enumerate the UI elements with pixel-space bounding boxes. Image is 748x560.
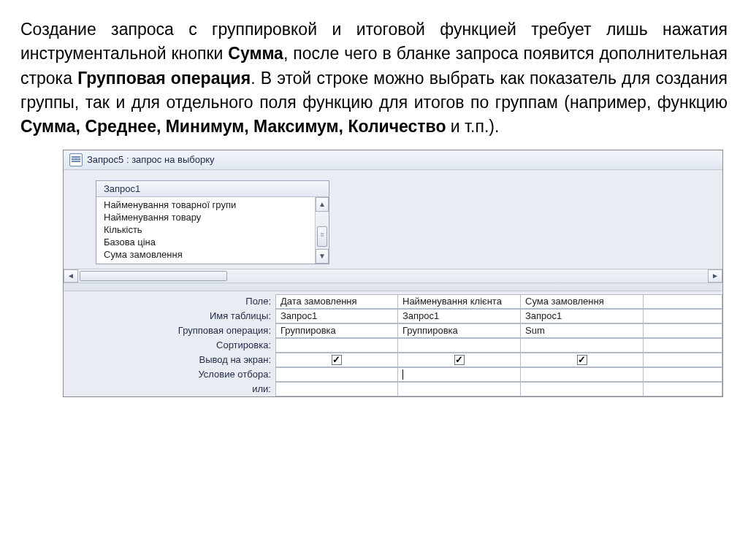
- pane-splitter[interactable]: [64, 283, 722, 291]
- show-checkbox[interactable]: [332, 355, 342, 365]
- grid-cell-sort[interactable]: [398, 338, 521, 353]
- grid-cell-empty[interactable]: [644, 323, 722, 338]
- row-label-field: Поле:: [64, 294, 275, 309]
- scroll-down-button[interactable]: ▼: [316, 249, 329, 264]
- tables-pane-hscroll[interactable]: ◄ ►: [64, 269, 722, 283]
- row-label-group-op: Групповая операция:: [64, 323, 275, 338]
- grid-cell-sort[interactable]: [275, 338, 398, 353]
- source-table-box[interactable]: Запрос1 Найменування товарної групи Найм…: [96, 180, 329, 264]
- window-title: Запрос5 : запрос на выборку: [87, 154, 214, 165]
- grid-cell-criteria[interactable]: [398, 367, 521, 382]
- tables-pane[interactable]: Запрос1 Найменування товарної групи Найм…: [64, 170, 722, 269]
- intro-paragraph: Создание запроса с группировкой и итогов…: [20, 18, 728, 139]
- grid-cell-field[interactable]: Сума замовлення: [521, 294, 644, 309]
- grid-cell-group-op[interactable]: Группировка: [275, 323, 398, 338]
- intro-bold-summa: Сумма: [228, 44, 283, 63]
- grid-cell-empty[interactable]: [644, 294, 722, 309]
- scroll-thumb[interactable]: [80, 271, 227, 281]
- grid-cell-field[interactable]: Найменування клієнта: [398, 294, 521, 309]
- scroll-right-button[interactable]: ►: [708, 269, 722, 283]
- grid-cell-table[interactable]: Запрос1: [521, 309, 644, 323]
- grid-cell-sort[interactable]: [521, 338, 644, 353]
- window-titlebar[interactable]: Запрос5 : запрос на выборку: [64, 150, 722, 170]
- row-label-show: Вывод на экран:: [64, 353, 275, 367]
- grid-cell-empty[interactable]: [644, 338, 722, 353]
- grid-cell-criteria[interactable]: [275, 367, 398, 382]
- intro-bold-group-op: Групповая операция: [77, 69, 251, 88]
- source-table-name[interactable]: Запрос1: [96, 181, 329, 197]
- source-field-list[interactable]: Найменування товарної групи Найменування…: [96, 197, 329, 264]
- scroll-up-button[interactable]: ▲: [316, 197, 329, 212]
- list-item[interactable]: Кількість: [96, 223, 329, 236]
- intro-bold-functions: Сумма, Среднее, Минимум, Максимум, Колич…: [20, 117, 446, 136]
- row-label-criteria: Условие отбора:: [64, 367, 275, 382]
- grid-cell-show[interactable]: [521, 353, 644, 367]
- grid-cell-show[interactable]: [275, 353, 398, 367]
- grid-cell-or[interactable]: [398, 382, 521, 396]
- list-item[interactable]: Найменування товару: [96, 211, 329, 223]
- grid-cell-group-op[interactable]: Sum: [521, 323, 644, 338]
- scroll-thumb[interactable]: [317, 226, 327, 247]
- grid-cell-empty[interactable]: [644, 353, 722, 367]
- list-item[interactable]: Найменування товарної групи: [96, 199, 329, 211]
- grid-cell-empty[interactable]: [644, 382, 722, 396]
- show-checkbox[interactable]: [454, 355, 465, 365]
- grid-cell-empty[interactable]: [644, 309, 722, 323]
- grid-cell-criteria[interactable]: [521, 367, 644, 382]
- row-label-table: Имя таблицы:: [64, 309, 275, 323]
- grid-cell-table[interactable]: Запрос1: [275, 309, 398, 323]
- row-label-or: или:: [64, 382, 275, 396]
- grid-cell-show[interactable]: [398, 353, 521, 367]
- intro-text: и т.п.).: [446, 117, 499, 136]
- grid-cell-table[interactable]: Запрос1: [398, 309, 521, 323]
- field-list-scrollbar[interactable]: ▲ ▼: [315, 197, 329, 264]
- query-design-window: Запрос5 : запрос на выборку Запрос1 Найм…: [63, 150, 723, 397]
- text-cursor: [402, 369, 403, 380]
- grid-cell-or[interactable]: [275, 382, 398, 396]
- row-label-sort: Сортировка:: [64, 338, 275, 353]
- grid-cell-empty[interactable]: [644, 367, 722, 382]
- grid-cell-or[interactable]: [521, 382, 644, 396]
- grid-cell-group-op[interactable]: Группировка: [398, 323, 521, 338]
- list-item[interactable]: Базова ціна: [96, 236, 329, 248]
- list-item[interactable]: Сума замовлення: [96, 248, 329, 261]
- query-window-icon: [69, 153, 83, 166]
- grid-cell-field[interactable]: Дата замовлення: [275, 294, 398, 309]
- scroll-left-button[interactable]: ◄: [64, 269, 78, 283]
- query-design-grid[interactable]: Поле: Дата замовлення Найменування клієн…: [64, 294, 722, 396]
- show-checkbox[interactable]: [577, 355, 587, 365]
